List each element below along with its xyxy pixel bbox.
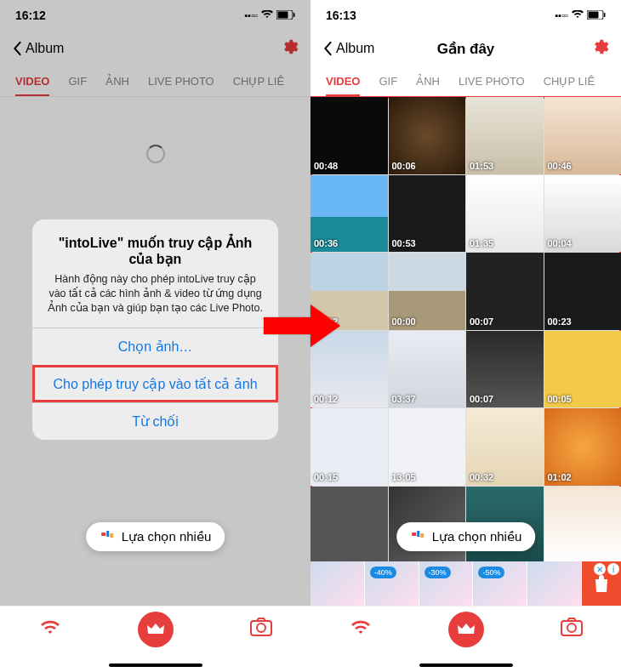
signal-icon: ▪▪▫▫ <box>555 10 568 20</box>
media-thumb[interactable]: 00:05 <box>544 331 622 408</box>
multi-select-label: Lựa chọn nhiều <box>432 529 522 544</box>
ad-banner[interactable]: -40% -30% -50% ✕ i <box>310 561 621 606</box>
media-thumb[interactable]: 00:04 <box>544 175 622 253</box>
media-thumb[interactable]: 00:23 <box>544 253 622 330</box>
media-thumb[interactable] <box>310 487 388 564</box>
tab-livephoto[interactable]: LIVE PHOTO <box>459 75 525 88</box>
wifi-icon <box>572 10 584 20</box>
alert-allow-button[interactable]: Cho phép truy cập vào tất cả ảnh <box>32 365 278 402</box>
multi-select-button[interactable]: Lựa chọn nhiều <box>396 522 536 551</box>
ad-item[interactable] <box>527 561 582 606</box>
phone-right: 16:13 ▪▪▫▫ Album Gần đây VIDEO GIF ẢNH L… <box>310 0 621 672</box>
ad-item[interactable] <box>310 561 365 606</box>
duration-label: 03:37 <box>392 394 416 404</box>
back-label: Album <box>336 41 374 56</box>
alert-title: "intoLive" muốn truy cập Ảnh của bạn <box>46 235 265 267</box>
media-thumb[interactable]: 03:37 <box>389 331 466 408</box>
media-thumb[interactable]: 00:32 <box>466 408 544 486</box>
media-thumb[interactable]: 00:36 <box>310 175 388 253</box>
media-thumb[interactable]: 00:00 <box>389 253 466 330</box>
duration-label: 00:15 <box>314 472 338 482</box>
duration-label: 00:06 <box>392 161 416 171</box>
back-button[interactable]: Album <box>322 41 374 56</box>
alert-message: Hành động này cho phép intoLive truy cập… <box>46 272 265 316</box>
duration-label: 00:12 <box>314 394 338 404</box>
media-thumb[interactable]: 01:35 <box>466 175 544 253</box>
duration-label: 00:53 <box>392 238 416 248</box>
ad-item[interactable]: -40% <box>365 561 419 606</box>
crown-button[interactable] <box>138 612 174 647</box>
tab-gif[interactable]: GIF <box>379 75 397 88</box>
header: Album Gần đây <box>310 31 621 66</box>
wifi-button[interactable] <box>38 615 62 639</box>
alert-select-button[interactable]: Chọn ảnh… <box>32 327 278 365</box>
media-thumb[interactable]: 00:53 <box>389 175 466 253</box>
permission-alert: "intoLive" muốn truy cập Ảnh của bạn Hàn… <box>32 219 278 440</box>
duration-label: 00:04 <box>548 238 572 248</box>
status-icons: ▪▪▫▫ <box>555 10 606 21</box>
alert-deny-button[interactable]: Từ chối <box>32 402 278 440</box>
duration-label: 13:05 <box>392 472 416 482</box>
camera-button[interactable] <box>560 615 584 639</box>
duration-label: 00:07 <box>470 394 493 404</box>
media-thumb[interactable]: 00:15 <box>310 408 388 486</box>
multi-select-button[interactable]: Lựa chọn nhiều <box>86 522 225 551</box>
multi-select-label: Lựa chọn nhiều <box>122 529 212 544</box>
home-indicator <box>419 663 513 667</box>
media-thumb[interactable]: 00:07 <box>466 331 544 408</box>
ad-info-icon[interactable]: i <box>607 563 619 575</box>
ad-close-icon[interactable]: ✕ <box>594 563 606 575</box>
discount-badge: -40% <box>370 567 396 578</box>
discount-badge: -50% <box>478 567 504 578</box>
tab-image[interactable]: ẢNH <box>416 75 440 88</box>
status-time: 16:13 <box>326 9 356 22</box>
battery-icon <box>587 10 606 21</box>
media-thumb[interactable]: 00:46 <box>544 97 622 174</box>
duration-label: 00:48 <box>314 161 338 171</box>
tab-video[interactable]: VIDEO <box>326 75 360 96</box>
app-logo-icon <box>410 529 425 544</box>
app-logo-icon <box>100 529 115 544</box>
duration-label: 00:00 <box>392 316 416 327</box>
duration-label: 00:23 <box>548 316 572 327</box>
media-thumb[interactable]: 00:06 <box>389 97 466 174</box>
svg-point-9 <box>567 624 576 632</box>
media-grid: 00:48 00:06 01:53 00:46 00:36 00:53 01:3… <box>310 97 621 563</box>
duration-label: 00:36 <box>314 238 338 248</box>
media-thumb[interactable]: 13:05 <box>389 408 466 486</box>
arrow-icon <box>264 305 340 350</box>
tab-bar: VIDEO GIF ẢNH LIVE PHOTO CHỤP LIÊ <box>310 66 621 97</box>
page-title: Gần đây <box>437 40 495 58</box>
tab-capture[interactable]: CHỤP LIÊ <box>544 75 595 88</box>
bottom-bar <box>0 606 310 672</box>
media-thumb[interactable]: 00:48 <box>310 97 388 174</box>
bottom-bar <box>310 606 621 672</box>
media-thumb[interactable]: 01:02 <box>544 408 622 486</box>
duration-label: 00:32 <box>470 472 493 482</box>
duration-label: 00:05 <box>548 394 572 404</box>
ad-item[interactable]: -50% <box>473 561 527 606</box>
crown-button[interactable] <box>448 612 484 647</box>
duration-label: 01:53 <box>470 161 493 171</box>
duration-label: 00:46 <box>548 161 572 171</box>
svg-point-4 <box>257 624 265 632</box>
home-indicator <box>109 663 202 667</box>
duration-label: 01:02 <box>548 472 572 482</box>
status-bar: 16:13 ▪▪▫▫ <box>310 0 621 31</box>
duration-label: 00:07 <box>470 316 493 327</box>
duration-label: 01:35 <box>470 238 493 248</box>
svg-rect-7 <box>604 13 606 17</box>
settings-button[interactable] <box>590 37 609 60</box>
discount-badge: -30% <box>424 567 451 578</box>
media-thumb[interactable]: 00:07 <box>466 253 544 330</box>
wifi-button[interactable] <box>349 615 373 639</box>
svg-rect-6 <box>589 11 599 18</box>
camera-button[interactable] <box>249 615 273 639</box>
media-thumb[interactable]: 01:53 <box>466 97 544 174</box>
ad-item[interactable]: -30% <box>419 561 474 606</box>
media-thumb[interactable] <box>544 487 622 564</box>
